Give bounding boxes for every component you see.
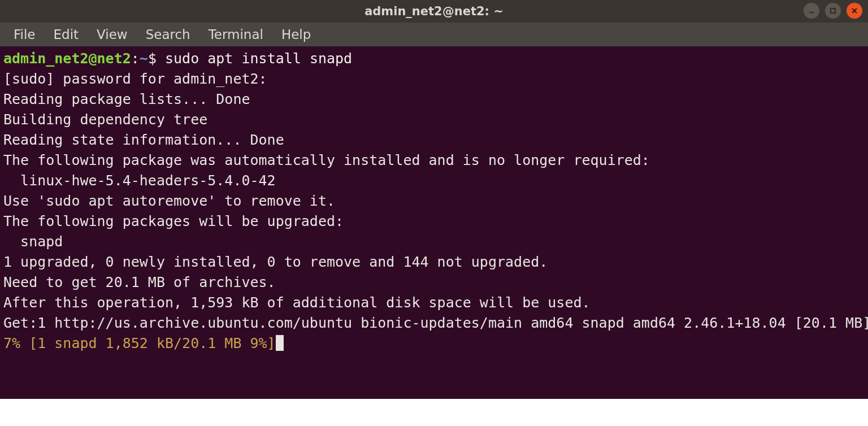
- prompt-userhost: admin_net2@net2: [3, 50, 131, 67]
- output-line: Reading package lists... Done: [3, 91, 250, 107]
- terminal-window: admin_net2@net2: ~ File Edit View Search…: [0, 0, 868, 399]
- prompt-sep: :: [131, 50, 140, 67]
- maximize-button[interactable]: [825, 3, 841, 19]
- prompt-sigil: $: [148, 50, 165, 67]
- terminal-output[interactable]: admin_net2@net2:~$ sudo apt install snap…: [0, 46, 868, 399]
- menu-view[interactable]: View: [89, 25, 136, 44]
- progress-line: 7% [1 snapd 1,852 kB/20.1 MB 9%]: [3, 335, 276, 351]
- close-button[interactable]: [847, 3, 862, 19]
- output-line: The following packages will be upgraded:: [3, 213, 344, 229]
- output-line: Reading state information... Done: [3, 132, 284, 148]
- cursor-icon: [276, 335, 284, 351]
- menu-file[interactable]: File: [6, 25, 44, 44]
- menu-edit[interactable]: Edit: [46, 25, 87, 44]
- output-line: Need to get 20.1 MB of archives.: [3, 274, 276, 290]
- prompt-path: ~: [140, 50, 148, 67]
- output-line: 1 upgraded, 0 newly installed, 0 to remo…: [3, 254, 548, 270]
- menubar: File Edit View Search Terminal Help: [0, 23, 868, 46]
- output-line: Building dependency tree: [3, 111, 207, 128]
- output-line: [sudo] password for admin_net2:: [3, 71, 267, 87]
- output-line: After this operation, 1,593 kB of additi…: [3, 294, 591, 311]
- svg-rect-1: [831, 8, 835, 13]
- output-line: The following package was automatically …: [3, 152, 650, 168]
- output-line: Use 'sudo apt autoremove' to remove it.: [3, 193, 335, 209]
- output-line: snapd: [3, 233, 63, 250]
- titlebar: admin_net2@net2: ~: [0, 0, 868, 23]
- window-controls: [804, 3, 862, 19]
- output-line: linux-hwe-5.4-headers-5.4.0-42: [3, 172, 276, 189]
- menu-search[interactable]: Search: [138, 25, 198, 44]
- command-text: sudo apt install snapd: [165, 50, 352, 67]
- menu-help[interactable]: Help: [274, 25, 319, 44]
- window-title: admin_net2@net2: ~: [0, 5, 868, 18]
- menu-terminal[interactable]: Terminal: [201, 25, 271, 44]
- minimize-button[interactable]: [804, 3, 819, 19]
- output-line: Get:1 http://us.archive.ubuntu.com/ubunt…: [3, 315, 868, 331]
